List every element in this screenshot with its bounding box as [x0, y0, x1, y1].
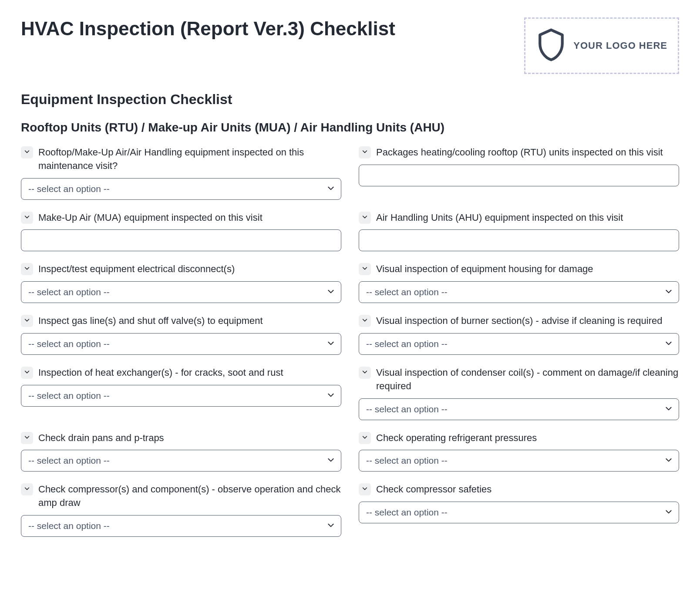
- logo-placeholder[interactable]: YOUR LOGO HERE: [524, 17, 679, 74]
- field-refrigerant-pressures: Check operating refrigerant pressures --…: [359, 431, 679, 472]
- chevron-down-icon: [362, 485, 368, 493]
- chevron-down-icon: [665, 339, 673, 349]
- chevron-down-icon: [327, 339, 335, 349]
- select-placeholder: -- select an option --: [28, 339, 110, 349]
- field-label: Visual inspection of condenser coil(s) -…: [376, 366, 679, 393]
- select-placeholder: -- select an option --: [366, 287, 448, 297]
- field-rtu-packages: Packages heating/cooling rooftop (RTU) u…: [359, 146, 679, 200]
- chevron-down-icon: [665, 404, 673, 414]
- chevron-down-icon: [665, 287, 673, 297]
- select-input[interactable]: -- select an option --: [21, 281, 341, 303]
- select-placeholder: -- select an option --: [28, 521, 110, 531]
- select-input[interactable]: -- select an option --: [21, 515, 341, 537]
- collapse-toggle[interactable]: [359, 483, 371, 495]
- chevron-down-icon: [327, 287, 335, 297]
- chevron-down-icon: [665, 456, 673, 465]
- select-placeholder: -- select an option --: [28, 391, 110, 401]
- field-electrical-disconnect: Inspect/test equipment electrical discon…: [21, 263, 341, 303]
- collapse-toggle[interactable]: [359, 432, 371, 444]
- collapse-toggle[interactable]: [359, 146, 371, 158]
- form-grid: Rooftop/Make-Up Air/Air Handling equipme…: [21, 146, 679, 537]
- select-input[interactable]: -- select an option --: [21, 178, 341, 200]
- collapse-toggle[interactable]: [359, 212, 371, 224]
- text-input[interactable]: [21, 229, 341, 251]
- chevron-down-icon: [327, 521, 335, 531]
- collapse-toggle[interactable]: [359, 367, 371, 379]
- chevron-down-icon: [362, 434, 368, 442]
- chevron-down-icon: [362, 369, 368, 377]
- collapse-toggle[interactable]: [21, 212, 33, 224]
- select-input[interactable]: -- select an option --: [359, 450, 679, 472]
- collapse-toggle[interactable]: [359, 263, 371, 275]
- field-label: Visual inspection of equipment housing f…: [376, 263, 593, 276]
- chevron-down-icon: [24, 485, 30, 493]
- field-label: Inspect/test equipment electrical discon…: [38, 263, 235, 276]
- chevron-down-icon: [362, 265, 368, 273]
- field-compressor-components: Check compressor(s) and component(s) - o…: [21, 483, 341, 537]
- collapse-toggle[interactable]: [359, 315, 371, 327]
- select-input[interactable]: -- select an option --: [359, 281, 679, 303]
- select-placeholder: -- select an option --: [366, 339, 448, 349]
- field-label: Check compressor safeties: [376, 483, 491, 496]
- select-input[interactable]: -- select an option --: [359, 502, 679, 523]
- subsection-title: Rooftop Units (RTU) / Make-up Air Units …: [21, 121, 679, 135]
- collapse-toggle[interactable]: [21, 315, 33, 327]
- collapse-toggle[interactable]: [21, 263, 33, 275]
- select-placeholder: -- select an option --: [28, 455, 110, 466]
- field-compressor-safeties: Check compressor safeties -- select an o…: [359, 483, 679, 537]
- field-heat-exchanger: Inspection of heat exchanger(s) - for cr…: [21, 366, 341, 420]
- chevron-down-icon: [24, 148, 30, 156]
- field-housing-damage: Visual inspection of equipment housing f…: [359, 263, 679, 303]
- collapse-toggle[interactable]: [21, 483, 33, 495]
- collapse-toggle[interactable]: [21, 432, 33, 444]
- field-label: Make-Up Air (MUA) equipment inspected on…: [38, 211, 262, 225]
- page-title: HVAC Inspection (Report Ver.3) Checklist: [21, 17, 395, 40]
- text-input[interactable]: [359, 165, 679, 186]
- collapse-toggle[interactable]: [21, 146, 33, 158]
- field-label: Check compressor(s) and component(s) - o…: [38, 483, 341, 510]
- select-input[interactable]: -- select an option --: [359, 398, 679, 420]
- chevron-down-icon: [327, 456, 335, 465]
- chevron-down-icon: [327, 184, 335, 194]
- field-rooftop-inspected: Rooftop/Make-Up Air/Air Handling equipme…: [21, 146, 341, 200]
- field-label: Visual inspection of burner section(s) -…: [376, 314, 663, 328]
- field-label: Rooftop/Make-Up Air/Air Handling equipme…: [38, 146, 341, 173]
- chevron-down-icon: [24, 317, 30, 325]
- field-burner-section: Visual inspection of burner section(s) -…: [359, 314, 679, 355]
- select-input[interactable]: -- select an option --: [21, 385, 341, 407]
- chevron-down-icon: [24, 214, 30, 222]
- chevron-down-icon: [24, 265, 30, 273]
- logo-placeholder-text: YOUR LOGO HERE: [573, 40, 667, 52]
- select-placeholder: -- select an option --: [366, 455, 448, 466]
- field-label: Inspect gas line(s) and shut off valve(s…: [38, 314, 263, 328]
- field-label: Packages heating/cooling rooftop (RTU) u…: [376, 146, 663, 159]
- select-placeholder: -- select an option --: [366, 507, 448, 518]
- field-condenser-coil: Visual inspection of condenser coil(s) -…: [359, 366, 679, 420]
- field-label: Air Handling Units (AHU) equipment inspe…: [376, 211, 623, 225]
- chevron-down-icon: [362, 317, 368, 325]
- select-input[interactable]: -- select an option --: [21, 333, 341, 355]
- chevron-down-icon: [24, 434, 30, 442]
- select-placeholder: -- select an option --: [366, 404, 448, 414]
- field-gas-lines: Inspect gas line(s) and shut off valve(s…: [21, 314, 341, 355]
- field-label: Inspection of heat exchanger(s) - for cr…: [38, 366, 283, 380]
- text-input[interactable]: [359, 229, 679, 251]
- select-placeholder: -- select an option --: [28, 184, 110, 194]
- field-drain-pans: Check drain pans and p-traps -- select a…: [21, 431, 341, 472]
- chevron-down-icon: [24, 369, 30, 377]
- chevron-down-icon: [362, 148, 368, 156]
- field-mua-inspected: Make-Up Air (MUA) equipment inspected on…: [21, 211, 341, 252]
- section-title: Equipment Inspection Checklist: [21, 91, 679, 108]
- field-ahu-inspected: Air Handling Units (AHU) equipment inspe…: [359, 211, 679, 252]
- field-label: Check drain pans and p-traps: [38, 431, 164, 445]
- select-input[interactable]: -- select an option --: [359, 333, 679, 355]
- field-label: Check operating refrigerant pressures: [376, 431, 537, 445]
- chevron-down-icon: [327, 391, 335, 401]
- select-input[interactable]: -- select an option --: [21, 450, 341, 472]
- collapse-toggle[interactable]: [21, 367, 33, 379]
- shield-icon: [536, 27, 566, 64]
- select-placeholder: -- select an option --: [28, 287, 110, 297]
- chevron-down-icon: [362, 214, 368, 222]
- chevron-down-icon: [665, 508, 673, 517]
